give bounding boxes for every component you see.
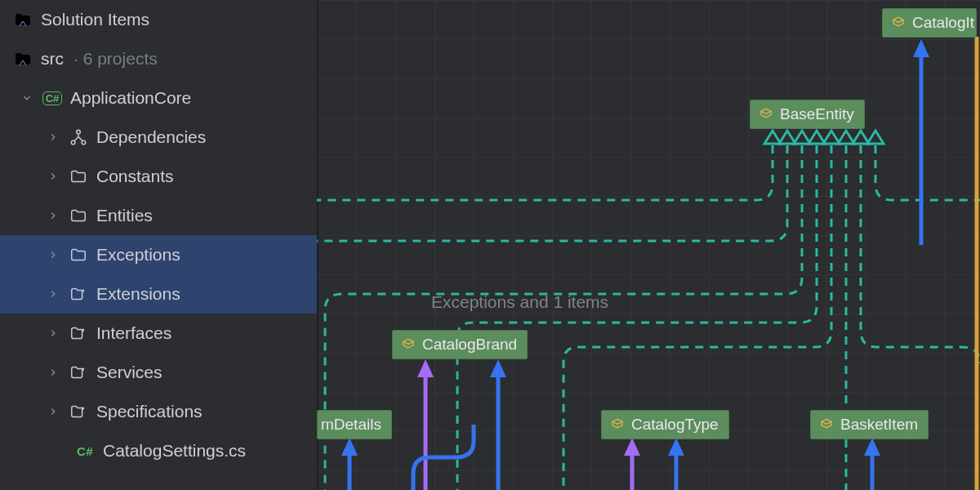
- svg-point-0: [77, 130, 81, 134]
- tree-label: Constants: [96, 167, 174, 186]
- tree-label: Solution Items: [41, 10, 149, 29]
- class-icon: [759, 107, 773, 122]
- folder-solution-icon: [13, 10, 33, 29]
- class-icon: [610, 417, 625, 432]
- diagram-node-catalog-brand[interactable]: CatalogBrand: [392, 330, 528, 359]
- svg-marker-8: [668, 438, 684, 456]
- tree-label: Interfaces: [96, 323, 172, 343]
- tree-label: Services: [96, 363, 163, 382]
- tree-item-constants[interactable]: Constants: [0, 157, 317, 196]
- folder-icon: [69, 245, 88, 265]
- diagram-node-em-details[interactable]: mDetails: [317, 410, 392, 439]
- diagram-node-base-entity[interactable]: BaseEntity: [750, 100, 865, 129]
- node-label: CatalogType: [631, 416, 719, 434]
- tree-label: src: [41, 49, 64, 69]
- folder-icon: [69, 206, 88, 225]
- diagram-node-catalog-type[interactable]: CatalogType: [601, 410, 729, 439]
- node-label: CatalogIt: [912, 14, 974, 32]
- chevron-right-icon[interactable]: [46, 208, 60, 223]
- folder-icon: [69, 284, 88, 304]
- tree-item-application-core[interactable]: C# ApplicationCore: [0, 78, 317, 118]
- folder-icon: [69, 402, 88, 421]
- chevron-right-icon[interactable]: [46, 130, 60, 145]
- svg-marker-9: [864, 438, 880, 456]
- tree-item-catalog-settings[interactable]: C# CatalogSettings.cs: [0, 431, 317, 470]
- node-label: CatalogBrand: [422, 336, 517, 354]
- folder-icon: [69, 323, 88, 343]
- tree-label: CatalogSettings.cs: [103, 441, 246, 461]
- class-icon: [891, 16, 906, 30]
- chevron-right-icon[interactable]: [46, 365, 60, 380]
- project-tree: Solution Items src · 6 projects C# Appli…: [0, 0, 317, 490]
- tree-item-services[interactable]: Services: [0, 353, 317, 392]
- svg-marker-4: [417, 359, 434, 377]
- chevron-right-icon[interactable]: [46, 287, 60, 301]
- chevron-right-icon[interactable]: [46, 404, 60, 419]
- tree-meta: · 6 projects: [74, 49, 158, 69]
- diagram-canvas[interactable]: Exceptions and 1 items BaseEntity Catalo…: [317, 0, 980, 490]
- tree-item-extensions[interactable]: Extensions: [0, 274, 317, 314]
- node-label: BasketItem: [840, 416, 918, 434]
- node-label: BaseEntity: [780, 105, 854, 123]
- svg-marker-6: [341, 438, 358, 456]
- tree-item-dependencies[interactable]: Dependencies: [0, 118, 317, 157]
- drag-ghost-label: Exceptions and 1 items: [431, 292, 608, 312]
- tree-item-exceptions[interactable]: Exceptions: [0, 235, 317, 274]
- tree-label: Specifications: [96, 402, 203, 421]
- svg-marker-3: [913, 39, 929, 57]
- tree-label: Entities: [96, 206, 153, 225]
- csharp-project-icon: C#: [42, 88, 62, 108]
- chevron-right-icon[interactable]: [46, 247, 60, 262]
- tree-item-entities[interactable]: Entities: [0, 196, 317, 235]
- tree-item-interfaces[interactable]: Interfaces: [0, 314, 317, 353]
- tree-item-specifications[interactable]: Specifications: [0, 392, 317, 431]
- chevron-down-icon[interactable]: [20, 91, 34, 105]
- tree-label: Extensions: [96, 284, 180, 304]
- svg-marker-7: [624, 438, 640, 456]
- folder-icon: [69, 167, 88, 186]
- folder-src-icon: [13, 49, 33, 69]
- tree-label: ApplicationCore: [70, 88, 191, 108]
- tree-label: Dependencies: [96, 127, 206, 147]
- class-icon: [401, 337, 416, 352]
- diagram-node-basket-item[interactable]: BasketItem: [810, 410, 929, 439]
- diagram-node-catalog-item[interactable]: CatalogIt: [882, 8, 977, 38]
- tree-label: Exceptions: [96, 245, 180, 265]
- csharp-file-icon: C#: [75, 441, 95, 461]
- tree-item-src[interactable]: src · 6 projects: [0, 39, 317, 78]
- dependencies-icon: [69, 127, 88, 147]
- node-label: mDetails: [321, 416, 381, 434]
- tree-item-solution-items[interactable]: Solution Items: [0, 0, 317, 39]
- chevron-right-icon[interactable]: [46, 326, 60, 341]
- svg-marker-5: [490, 359, 506, 377]
- chevron-right-icon[interactable]: [46, 169, 60, 184]
- folder-icon: [69, 363, 88, 382]
- class-icon: [819, 417, 834, 432]
